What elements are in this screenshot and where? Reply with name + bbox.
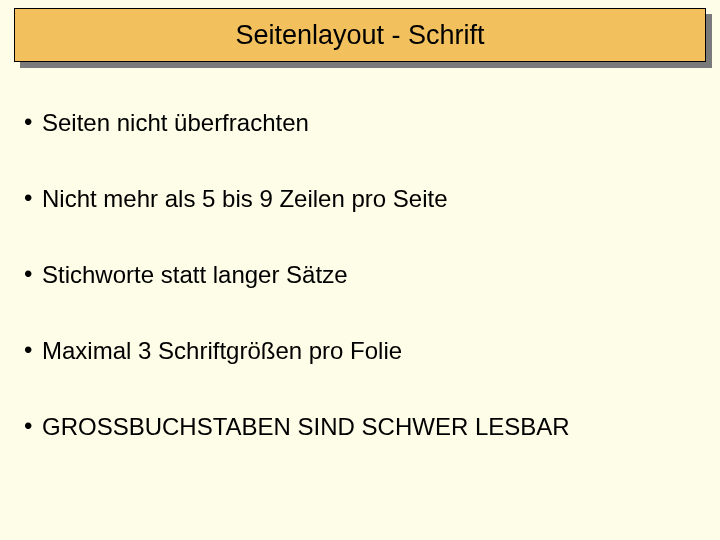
list-item: • Maximal 3 Schriftgrößen pro Folie — [24, 336, 684, 366]
bullet-text: GROSSBUCHSTABEN SIND SCHWER LESBAR — [42, 412, 684, 442]
list-item: • GROSSBUCHSTABEN SIND SCHWER LESBAR — [24, 412, 684, 442]
list-item: • Seiten nicht überfrachten — [24, 108, 684, 138]
bullet-text: Maximal 3 Schriftgrößen pro Folie — [42, 336, 684, 366]
bullet-icon: • — [24, 336, 42, 365]
list-item: • Nicht mehr als 5 bis 9 Zeilen pro Seit… — [24, 184, 684, 214]
list-item: • Stichworte statt langer Sätze — [24, 260, 684, 290]
bullet-icon: • — [24, 184, 42, 213]
bullet-text: Stichworte statt langer Sätze — [42, 260, 684, 290]
bullet-icon: • — [24, 260, 42, 289]
bullet-icon: • — [24, 412, 42, 441]
title-container: Seitenlayout - Schrift — [14, 8, 706, 62]
bullet-text: Seiten nicht überfrachten — [42, 108, 684, 138]
bullet-text: Nicht mehr als 5 bis 9 Zeilen pro Seite — [42, 184, 684, 214]
slide-title: Seitenlayout - Schrift — [235, 20, 484, 51]
bullet-icon: • — [24, 108, 42, 137]
bullet-list: • Seiten nicht überfrachten • Nicht mehr… — [24, 108, 684, 488]
title-box: Seitenlayout - Schrift — [14, 8, 706, 62]
